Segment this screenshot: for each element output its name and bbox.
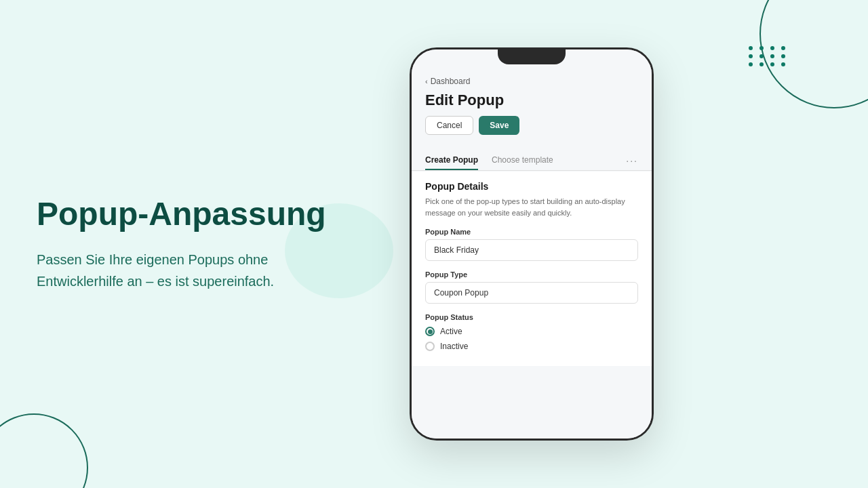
phone-mockup-container: ‹ Dashboard Edit Popup Cancel Save Creat… xyxy=(410,47,654,441)
popup-type-group: Popup Type xyxy=(425,270,638,304)
save-button[interactable]: Save xyxy=(479,116,519,135)
radio-active-label: Active xyxy=(440,327,462,336)
radio-option-active[interactable]: Active xyxy=(425,327,638,336)
radio-inactive-indicator xyxy=(425,342,435,351)
main-heading: Popup-Anpassung xyxy=(37,197,335,232)
popup-name-group: Popup Name xyxy=(425,228,638,261)
action-buttons-group: Cancel Save xyxy=(425,116,638,135)
breadcrumb[interactable]: ‹ Dashboard xyxy=(412,70,652,90)
popup-details-section: Popup Details Pick one of the pop-up typ… xyxy=(412,171,652,366)
decorative-dots xyxy=(749,46,788,66)
breadcrumb-label: Dashboard xyxy=(431,77,471,86)
decorative-circle-bottom-left xyxy=(0,413,88,488)
popup-name-input[interactable] xyxy=(425,239,638,261)
popup-type-label: Popup Type xyxy=(425,270,638,279)
tab-choose-template[interactable]: Choose template xyxy=(492,151,553,170)
radio-option-inactive[interactable]: Inactive xyxy=(425,342,638,351)
edit-header: Edit Popup Cancel Save xyxy=(412,90,652,151)
phone-screen: ‹ Dashboard Edit Popup Cancel Save Creat… xyxy=(412,49,652,439)
popup-name-label: Popup Name xyxy=(425,228,638,236)
page-title: Edit Popup xyxy=(425,92,638,109)
tabs-more-button[interactable]: ··· xyxy=(626,155,638,166)
description-text: Passen Sie Ihre eigenen Popups ohne Entw… xyxy=(37,248,335,291)
left-content-area: Popup-Anpassung Passen Sie Ihre eigenen … xyxy=(37,197,335,292)
section-title: Popup Details xyxy=(425,181,638,192)
breadcrumb-arrow-icon: ‹ xyxy=(425,77,428,85)
popup-status-group: Popup Status Active Inactive xyxy=(425,313,638,351)
popup-status-label: Popup Status xyxy=(425,313,638,321)
tab-create-popup[interactable]: Create Popup xyxy=(425,151,478,170)
section-description: Pick one of the pop-up types to start bu… xyxy=(425,196,638,218)
popup-type-input[interactable] xyxy=(425,282,638,304)
tabs-container: Create Popup Choose template ··· xyxy=(412,151,652,171)
phone-device: ‹ Dashboard Edit Popup Cancel Save Creat… xyxy=(410,47,654,441)
radio-inactive-label: Inactive xyxy=(440,342,468,351)
cancel-button[interactable]: Cancel xyxy=(425,116,473,135)
radio-active-indicator xyxy=(425,327,435,336)
